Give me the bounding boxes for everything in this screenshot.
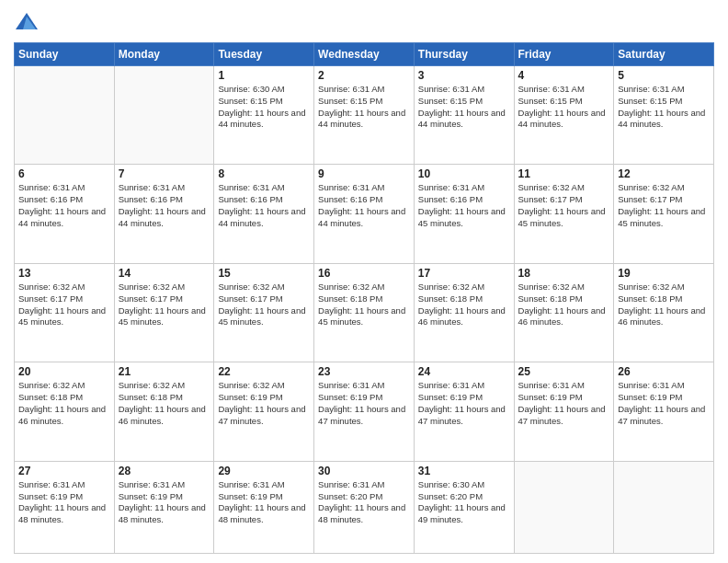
day-number: 18 [518,267,610,280]
day-info: Sunrise: 6:31 AM Sunset: 6:19 PM Dayligh… [18,479,110,526]
day-number: 14 [119,267,210,280]
day-info: Sunrise: 6:32 AM Sunset: 6:18 PM Dayligh… [418,282,510,328]
day-number: 11 [518,167,610,180]
day-info: Sunrise: 6:31 AM Sunset: 6:19 PM Dayligh… [518,380,610,427]
table-row: 23Sunrise: 6:31 AM Sunset: 6:19 PM Dayli… [314,362,415,461]
day-info: Sunrise: 6:31 AM Sunset: 6:16 PM Dayligh… [119,182,210,229]
col-header-sunday: Sunday [15,43,115,66]
table-row: 29Sunrise: 6:31 AM Sunset: 6:19 PM Dayli… [214,461,314,553]
table-row: 8Sunrise: 6:31 AM Sunset: 6:16 PM Daylig… [214,165,314,263]
day-info: Sunrise: 6:31 AM Sunset: 6:15 PM Dayligh… [318,84,410,131]
day-number: 24 [418,365,510,378]
day-number: 13 [18,267,110,280]
day-number: 22 [218,365,310,378]
table-row: 15Sunrise: 6:32 AM Sunset: 6:17 PM Dayli… [214,263,314,362]
col-header-monday: Monday [114,43,214,66]
day-info: Sunrise: 6:32 AM Sunset: 6:18 PM Dayligh… [518,282,610,328]
table-row: 26Sunrise: 6:31 AM Sunset: 6:19 PM Dayli… [614,362,714,461]
day-number: 1 [218,69,310,82]
day-number: 27 [18,465,110,477]
day-number: 23 [318,365,410,378]
day-number: 3 [418,69,510,82]
day-number: 26 [618,365,710,378]
day-number: 5 [618,69,710,82]
day-number: 21 [119,365,210,378]
day-number: 25 [518,365,610,378]
day-info: Sunrise: 6:31 AM Sunset: 6:19 PM Dayligh… [418,380,510,427]
table-row: 12Sunrise: 6:32 AM Sunset: 6:17 PM Dayli… [614,165,714,263]
col-header-saturday: Saturday [614,43,714,66]
day-info: Sunrise: 6:32 AM Sunset: 6:17 PM Dayligh… [518,182,610,229]
day-number: 20 [18,365,110,378]
day-info: Sunrise: 6:31 AM Sunset: 6:15 PM Dayligh… [518,84,610,131]
table-row: 24Sunrise: 6:31 AM Sunset: 6:19 PM Dayli… [414,362,514,461]
day-number: 8 [218,167,310,180]
logo [14,9,43,35]
day-info: Sunrise: 6:31 AM Sunset: 6:20 PM Dayligh… [318,479,410,526]
day-info: Sunrise: 6:31 AM Sunset: 6:19 PM Dayligh… [618,380,710,427]
calendar-week-4: 20Sunrise: 6:32 AM Sunset: 6:18 PM Dayli… [15,362,714,461]
table-row [514,461,614,553]
day-info: Sunrise: 6:32 AM Sunset: 6:18 PM Dayligh… [18,380,110,427]
day-number: 17 [418,267,510,280]
table-row: 16Sunrise: 6:32 AM Sunset: 6:18 PM Dayli… [314,263,415,362]
day-number: 6 [18,167,110,180]
day-info: Sunrise: 6:31 AM Sunset: 6:16 PM Dayligh… [18,182,110,229]
table-row: 3Sunrise: 6:31 AM Sunset: 6:15 PM Daylig… [414,66,514,165]
col-header-tuesday: Tuesday [214,43,314,66]
table-row: 17Sunrise: 6:32 AM Sunset: 6:18 PM Dayli… [414,263,514,362]
table-row: 20Sunrise: 6:32 AM Sunset: 6:18 PM Dayli… [15,362,115,461]
table-row: 5Sunrise: 6:31 AM Sunset: 6:15 PM Daylig… [614,66,714,165]
table-row: 28Sunrise: 6:31 AM Sunset: 6:19 PM Dayli… [114,461,214,553]
day-number: 30 [318,465,410,477]
day-number: 28 [119,465,210,477]
table-row: 7Sunrise: 6:31 AM Sunset: 6:16 PM Daylig… [114,165,214,263]
table-row: 6Sunrise: 6:31 AM Sunset: 6:16 PM Daylig… [15,165,115,263]
table-row: 25Sunrise: 6:31 AM Sunset: 6:19 PM Dayli… [514,362,614,461]
calendar-header-row: SundayMondayTuesdayWednesdayThursdayFrid… [15,43,714,66]
table-row [114,66,214,165]
day-info: Sunrise: 6:32 AM Sunset: 6:18 PM Dayligh… [618,282,710,328]
col-header-thursday: Thursday [414,43,514,66]
day-info: Sunrise: 6:31 AM Sunset: 6:19 PM Dayligh… [119,479,210,526]
table-row: 11Sunrise: 6:32 AM Sunset: 6:17 PM Dayli… [514,165,614,263]
day-info: Sunrise: 6:31 AM Sunset: 6:15 PM Dayligh… [418,84,510,131]
table-row: 14Sunrise: 6:32 AM Sunset: 6:17 PM Dayli… [114,263,214,362]
day-info: Sunrise: 6:31 AM Sunset: 6:16 PM Dayligh… [418,182,510,229]
day-number: 31 [418,465,510,477]
table-row: 30Sunrise: 6:31 AM Sunset: 6:20 PM Dayli… [314,461,415,553]
day-info: Sunrise: 6:32 AM Sunset: 6:17 PM Dayligh… [18,282,110,328]
table-row: 27Sunrise: 6:31 AM Sunset: 6:19 PM Dayli… [15,461,115,553]
day-info: Sunrise: 6:31 AM Sunset: 6:19 PM Dayligh… [218,479,310,526]
table-row [15,66,115,165]
logo-icon [14,9,40,35]
day-number: 29 [218,465,310,477]
day-number: 7 [119,167,210,180]
table-row: 2Sunrise: 6:31 AM Sunset: 6:15 PM Daylig… [314,66,415,165]
calendar-week-3: 13Sunrise: 6:32 AM Sunset: 6:17 PM Dayli… [15,263,714,362]
table-row: 4Sunrise: 6:31 AM Sunset: 6:15 PM Daylig… [514,66,614,165]
table-row: 31Sunrise: 6:30 AM Sunset: 6:20 PM Dayli… [414,461,514,553]
calendar-week-5: 27Sunrise: 6:31 AM Sunset: 6:19 PM Dayli… [15,461,714,553]
day-number: 4 [518,69,610,82]
day-number: 9 [318,167,410,180]
day-info: Sunrise: 6:31 AM Sunset: 6:19 PM Dayligh… [318,380,410,427]
day-info: Sunrise: 6:32 AM Sunset: 6:18 PM Dayligh… [318,282,410,328]
page: SundayMondayTuesdayWednesdayThursdayFrid… [0,0,728,563]
table-row [614,461,714,553]
table-row: 1Sunrise: 6:30 AM Sunset: 6:15 PM Daylig… [214,66,314,165]
col-header-friday: Friday [514,43,614,66]
day-info: Sunrise: 6:31 AM Sunset: 6:16 PM Dayligh… [218,182,310,229]
day-info: Sunrise: 6:31 AM Sunset: 6:16 PM Dayligh… [318,182,410,229]
table-row: 13Sunrise: 6:32 AM Sunset: 6:17 PM Dayli… [15,263,115,362]
day-number: 16 [318,267,410,280]
table-row: 19Sunrise: 6:32 AM Sunset: 6:18 PM Dayli… [614,263,714,362]
day-info: Sunrise: 6:32 AM Sunset: 6:18 PM Dayligh… [119,380,210,427]
table-row: 22Sunrise: 6:32 AM Sunset: 6:19 PM Dayli… [214,362,314,461]
day-info: Sunrise: 6:32 AM Sunset: 6:17 PM Dayligh… [218,282,310,328]
day-number: 15 [218,267,310,280]
table-row: 10Sunrise: 6:31 AM Sunset: 6:16 PM Dayli… [414,165,514,263]
day-info: Sunrise: 6:32 AM Sunset: 6:19 PM Dayligh… [218,380,310,427]
day-info: Sunrise: 6:32 AM Sunset: 6:17 PM Dayligh… [618,182,710,229]
table-row: 21Sunrise: 6:32 AM Sunset: 6:18 PM Dayli… [114,362,214,461]
